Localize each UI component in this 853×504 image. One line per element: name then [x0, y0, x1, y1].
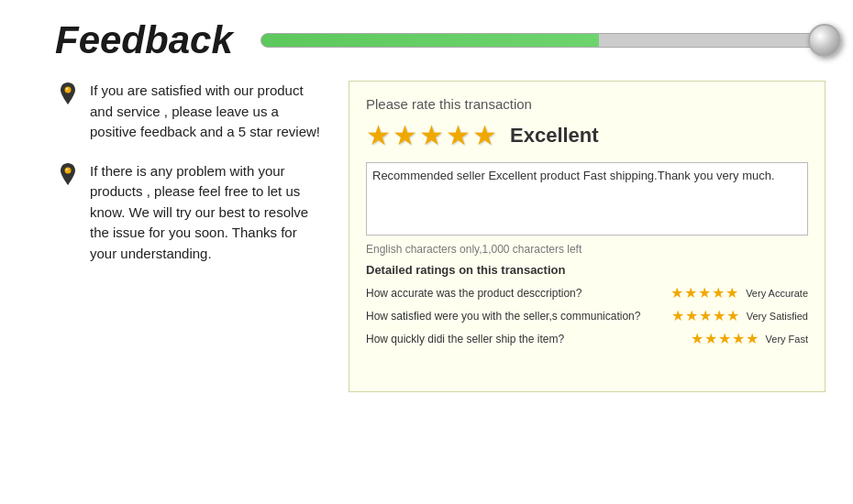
- small-stars-1[interactable]: ★ ★ ★ ★ ★: [671, 307, 739, 324]
- left-panel: If you are satisfied with our product an…: [55, 81, 321, 392]
- rating-label-0: Very Accurate: [746, 288, 808, 299]
- info-text-1: If you are satisfied with our product an…: [90, 81, 321, 143]
- rating-row-1: How satisfied were you with the seller,s…: [366, 307, 808, 324]
- rating-label-1: Very Satisfied: [747, 311, 808, 322]
- small-stars-0[interactable]: ★ ★ ★ ★ ★: [670, 284, 738, 301]
- rating-question-2: How quickly didi the seller ship the ite…: [366, 333, 691, 345]
- right-panel: Please rate this transaction ★ ★ ★ ★ ★ E…: [349, 81, 825, 392]
- info-block-2: If there is any problem with your produc…: [55, 161, 321, 265]
- main-stars[interactable]: ★ ★ ★ ★ ★: [366, 119, 497, 151]
- slider-container[interactable]: [260, 26, 825, 55]
- rating-right-2: ★ ★ ★ ★ ★ Very Fast: [691, 330, 808, 347]
- rating-row-0: How accurate was the product desccriptio…: [366, 284, 808, 301]
- rate-title: Please rate this transaction: [366, 96, 808, 112]
- rating-question-0: How accurate was the product desccriptio…: [366, 287, 670, 300]
- detailed-ratings-title: Detailed ratings on this transaction: [366, 263, 808, 277]
- rating-right-1: ★ ★ ★ ★ ★ Very Satisfied: [671, 307, 808, 324]
- page-header: Feedback: [0, 0, 853, 71]
- info-block-1: If you are satisfied with our product an…: [55, 81, 321, 143]
- star-1[interactable]: ★: [366, 119, 391, 151]
- rating-row-2: How quickly didi the seller ship the ite…: [366, 330, 808, 347]
- svg-point-1: [66, 88, 68, 90]
- rating-question-1: How satisfied were you with the seller,s…: [366, 310, 671, 323]
- star-3[interactable]: ★: [419, 119, 444, 151]
- pin-icon-2: [55, 163, 81, 189]
- svg-point-0: [65, 87, 72, 93]
- svg-point-2: [65, 167, 72, 173]
- rating-label: Excellent: [510, 124, 599, 148]
- svg-point-3: [66, 168, 68, 170]
- slider-track: [260, 33, 825, 48]
- review-textarea[interactable]: Recommended seller Excellent product Fas…: [366, 162, 808, 236]
- page-title: Feedback: [55, 18, 233, 62]
- pin-icon-1: [55, 82, 81, 108]
- char-hint: English characters only,1,000 characters…: [366, 243, 808, 256]
- star-2[interactable]: ★: [393, 119, 417, 151]
- main-content: If you are satisfied with our product an…: [0, 71, 853, 401]
- info-text-2: If there is any problem with your produc…: [90, 161, 321, 265]
- small-stars-2[interactable]: ★ ★ ★ ★ ★: [691, 330, 759, 347]
- slider-thumb[interactable]: [808, 24, 841, 57]
- rating-right-0: ★ ★ ★ ★ ★ Very Accurate: [670, 284, 808, 301]
- rating-label-2: Very Fast: [766, 334, 808, 345]
- stars-row: ★ ★ ★ ★ ★ Excellent: [366, 119, 808, 151]
- star-5[interactable]: ★: [472, 119, 497, 151]
- star-4[interactable]: ★: [446, 119, 471, 151]
